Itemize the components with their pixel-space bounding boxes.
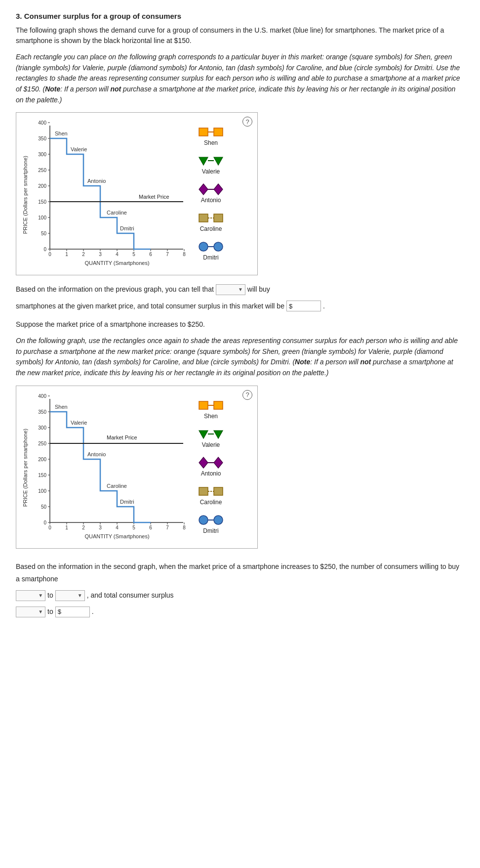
- chart-area-2: PRICE (Dollars per smartphone) 0 50 100 …: [22, 394, 188, 542]
- chart-area-1: PRICE (Dollars per smartphone) 0 50 100: [22, 121, 188, 269]
- svg-text:4: 4: [116, 525, 119, 530]
- svg-text:150: 150: [38, 473, 46, 478]
- svg-text:Antonio: Antonio: [87, 178, 106, 184]
- q3-prefix: Based on the information in the second g…: [16, 561, 464, 585]
- svg-point-121: [214, 516, 223, 524]
- legend-caroline-1: Caroline: [198, 212, 224, 232]
- svg-marker-110: [199, 431, 208, 438]
- svg-text:3: 3: [99, 525, 102, 530]
- q3-input[interactable]: $: [55, 607, 90, 617]
- svg-text:0: 0: [43, 247, 46, 252]
- svg-text:2: 2: [82, 525, 85, 530]
- question-1-line: Based on the information on the previous…: [16, 283, 464, 296]
- q3-dropdown2[interactable]: ▼: [55, 590, 85, 601]
- shen-label-1: Shen: [204, 139, 218, 146]
- antonio-label-1: Antonio: [201, 197, 221, 204]
- svg-text:8: 8: [183, 252, 186, 257]
- chart-wrapper-1: PRICE (Dollars per smartphone) 0 50 100: [22, 121, 188, 269]
- svg-text:100: 100: [38, 488, 46, 494]
- svg-text:6: 6: [149, 252, 152, 257]
- svg-point-119: [199, 516, 208, 524]
- q1-dropdown-arrow: ▼: [238, 285, 243, 294]
- svg-point-60: [214, 242, 223, 251]
- legend-dmitri-1: Dmitri: [198, 240, 224, 261]
- antonio-label-2: Antonio: [201, 470, 221, 477]
- legend-antonio-1: Antonio: [198, 183, 224, 204]
- svg-text:5: 5: [132, 252, 135, 257]
- svg-rect-57: [214, 214, 223, 222]
- svg-rect-118: [214, 487, 223, 495]
- svg-text:Valerie: Valerie: [71, 420, 87, 426]
- svg-text:150: 150: [38, 199, 46, 205]
- svg-text:QUANTITY (Smartphones): QUANTITY (Smartphones): [84, 260, 149, 266]
- svg-text:Caroline: Caroline: [107, 210, 127, 216]
- y-axis-label-1: PRICE (Dollars per smartphone): [22, 156, 28, 234]
- antonio-symbol-1: [198, 183, 224, 196]
- q3-dropdown1[interactable]: ▼: [16, 590, 45, 601]
- svg-text:6: 6: [149, 525, 152, 530]
- question-1-line2: smartphones at the given market price, a…: [16, 300, 464, 312]
- svg-marker-54: [214, 184, 223, 195]
- svg-rect-46: [199, 128, 208, 136]
- legend-caroline-2: Caroline: [198, 485, 224, 506]
- svg-text:Market Price: Market Price: [107, 434, 137, 440]
- legend-dmitri-2: Dmitri: [198, 514, 224, 534]
- svg-text:Market Price: Market Price: [139, 194, 169, 200]
- chart-wrapper-2: PRICE (Dollars per smartphone) 0 50 100 …: [22, 394, 188, 542]
- svg-text:200: 200: [38, 457, 46, 462]
- svg-text:100: 100: [38, 215, 46, 220]
- valerie-symbol-2: [198, 428, 224, 440]
- q1-suffix2: smartphones at the given market price, a…: [16, 300, 284, 312]
- graph-2: ? PRICE (Dollars per smartphone) 0 50 10…: [16, 386, 258, 549]
- svg-text:1: 1: [65, 525, 68, 530]
- q3-dropdown3[interactable]: ▼: [16, 607, 45, 617]
- svg-text:1: 1: [65, 252, 68, 257]
- q3-line2: ▼ to ▼ , and total consumer surplus: [16, 589, 464, 602]
- svg-text:2: 2: [82, 252, 85, 257]
- q3-line3: ▼ to $ .: [16, 606, 464, 618]
- svg-point-58: [199, 242, 208, 251]
- svg-text:300: 300: [38, 425, 46, 431]
- svg-marker-52: [199, 184, 208, 195]
- svg-text:0: 0: [43, 520, 46, 525]
- svg-text:350: 350: [38, 136, 46, 141]
- legend-valerie-1: Valerie: [198, 154, 224, 175]
- svg-text:QUANTITY (Smartphones): QUANTITY (Smartphones): [84, 533, 149, 539]
- svg-text:7: 7: [166, 252, 169, 257]
- legend-shen-1: Shen: [198, 126, 224, 146]
- svg-chart-2: 0 50 100 150 200 250 300 350 400 0: [30, 394, 188, 542]
- help-icon-2[interactable]: ?: [242, 390, 252, 400]
- q1-prefix: Based on the information on the previous…: [16, 283, 214, 296]
- svg-marker-115: [214, 457, 223, 468]
- svg-marker-49: [199, 157, 208, 165]
- q1-input[interactable]: $: [286, 301, 321, 311]
- shen-symbol-1: [198, 126, 224, 138]
- section-title: 3. Consumer surplus for a group of consu…: [16, 12, 464, 20]
- q3-dropdown2-arrow: ▼: [78, 591, 82, 600]
- svg-marker-112: [214, 431, 223, 438]
- svg-rect-48: [214, 128, 223, 136]
- graph-1: ? PRICE (Dollars per smartphone) 0 50 10…: [16, 112, 258, 275]
- svg-rect-116: [199, 487, 208, 495]
- caroline-symbol-1: [198, 212, 224, 224]
- q3-to2: to: [47, 606, 53, 618]
- svg-text:400: 400: [38, 394, 46, 399]
- q3-line1: Based on the information in the second g…: [16, 561, 464, 585]
- dmitri-label-2: Dmitri: [203, 527, 218, 534]
- svg-text:350: 350: [38, 409, 46, 415]
- intro-paragraph: The following graph shows the demand cur…: [16, 25, 464, 46]
- help-icon-1[interactable]: ?: [242, 117, 252, 127]
- dmitri-symbol-2: [198, 514, 224, 526]
- q1-dropdown[interactable]: ▼: [216, 284, 245, 295]
- legend-antonio-2: Antonio: [198, 456, 224, 477]
- svg-text:8: 8: [183, 525, 186, 530]
- svg-text:50: 50: [41, 231, 47, 236]
- svg-chart-1: 0 50 100 150 200 250 300: [30, 121, 188, 269]
- svg-text:Shen: Shen: [55, 130, 68, 136]
- svg-text:4: 4: [116, 252, 119, 257]
- svg-text:Dmitri: Dmitri: [120, 499, 134, 505]
- svg-text:50: 50: [41, 504, 47, 510]
- legend-valerie-2: Valerie: [198, 428, 224, 448]
- svg-text:7: 7: [166, 525, 169, 530]
- svg-text:Antonio: Antonio: [87, 451, 106, 457]
